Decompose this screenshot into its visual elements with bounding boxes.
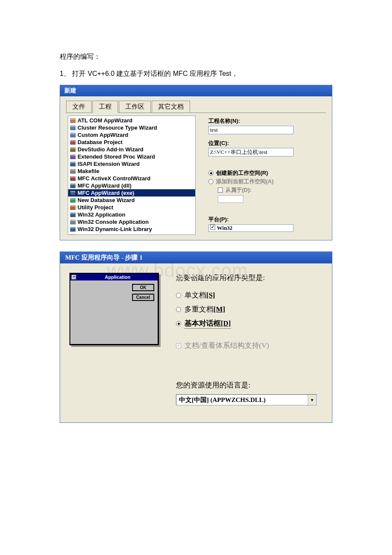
list-item[interactable]: Utility Project [68,204,195,211]
project-type-icon [70,139,76,145]
project-type-icon [70,234,76,235]
preview-window: Application OK Cancel [69,273,159,345]
preview-ok-button: OK [132,284,154,291]
list-item[interactable]: Extended Stored Proc Wizard [68,153,195,160]
tab-other[interactable]: 其它文档 [152,101,190,113]
radio-add-workspace[interactable]: 添加到当前工作空间(A) [208,178,324,185]
list-item-label: Makefile [78,168,99,175]
radio-multi-doc[interactable]: 多重文档[M] [176,304,324,314]
radio-label: 单文档[S] [184,290,215,300]
dialog-title: 新建 [60,85,332,96]
sysmenu-icon [72,275,76,280]
list-item[interactable]: Win32 Static Library [68,233,195,235]
radio-icon [176,307,181,312]
radio-dialog-based[interactable]: 基本对话框[D] [176,318,324,329]
list-item-label: ATL COM AppWizard [78,117,133,124]
preview-cancel-button: Cancel [132,294,154,301]
list-item[interactable]: Win32 Application [68,211,195,218]
list-item-label: Cluster Resource Type Wizard [78,124,157,131]
svg-rect-7 [70,140,75,142]
list-item-label: MFC ActiveX ControlWizard [78,175,150,182]
platforms-label: 平台(P): [208,216,324,223]
radio-icon [176,321,181,326]
list-item-label: Win32 Dynamic-Link Library [78,225,152,233]
project-type-icon [70,132,76,138]
project-type-icon [70,168,76,174]
svg-rect-25 [70,205,75,207]
project-type-list[interactable]: ATL COM AppWizardCluster Resource Type W… [68,116,196,235]
svg-rect-27 [70,213,75,214]
list-item[interactable]: Win32 Console Application [68,218,195,225]
radio-label: 创建新的工作空间(R) [216,169,268,177]
radio-label: 基本对话框[D] [184,318,231,329]
list-item[interactable]: Win32 Dynamic-Link Library [68,225,195,233]
list-item[interactable]: Custom AppWizard [68,131,195,139]
list-item[interactable]: New Database Wizard [68,197,195,204]
checkbox-icon [218,188,223,193]
project-type-icon [70,154,76,160]
list-item[interactable]: MFC ActiveX ControlWizard [68,175,195,182]
mfc-wizard-dialog: MFC 应用程序向导 - 步骤 1 www.bdocx.com Applicat… [60,251,332,423]
list-item[interactable]: Cluster Resource Type Wizard [68,124,195,131]
language-combo[interactable]: 中文[中国] (APPWZCHS.DLL) ▼ [176,394,317,405]
list-item[interactable]: Makefile [68,168,195,175]
list-item[interactable]: MFC AppWizard (dll) [68,182,195,189]
radio-create-workspace[interactable]: 创建新的工作空间(R) [208,169,324,177]
checkbox-label: 从属于(D): [225,186,251,194]
project-type-icon [70,205,76,211]
checkbox-icon [176,343,181,348]
svg-rect-5 [70,133,75,134]
tab-files[interactable]: 文件 [66,101,92,113]
tab-workspaces[interactable]: 工作区 [119,101,151,113]
location-label: 位置(C): [208,139,324,147]
checkbox-doc-view: 文档/查看体系结构支持(V) [176,341,324,350]
checkbox-dependent: 从属于(D): [218,186,324,194]
tabs: 文件 工程 工作区 其它文档 [66,101,326,113]
list-item-label: Win32 Application [78,211,125,218]
chevron-down-icon[interactable]: ▼ [308,395,316,405]
radio-icon [176,293,181,298]
project-type-icon [70,212,76,218]
radio-label: 添加到当前工作空间(A) [216,178,274,185]
location-input[interactable] [208,148,294,156]
svg-rect-1 [70,119,75,120]
project-type-icon [70,219,76,225]
list-item-label: Custom AppWizard [78,131,128,139]
project-name-label: 工程名称(N): [208,117,324,125]
svg-rect-31 [70,227,75,228]
list-item[interactable]: ATL COM AppWizard [68,117,195,124]
svg-rect-17 [70,176,75,178]
list-item-label: ISAPI Extension Wizard [78,160,140,168]
app-type-question: 您要创建的应用程序类型是: [176,273,324,283]
radio-icon [208,179,213,184]
project-type-icon [70,147,76,153]
checkbox-label: 文档/查看体系结构支持(V) [184,341,269,350]
list-item-label: Extended Stored Proc Wizard [78,153,155,160]
platforms-list[interactable]: Win32 [208,224,294,232]
preview-title: Application [78,275,158,280]
svg-rect-21 [70,191,75,192]
platform-item: Win32 [217,225,233,231]
list-item[interactable]: MFC AppWizard (exe) [68,189,195,197]
svg-rect-13 [70,162,75,163]
radio-label: 多重文档[M] [184,304,225,314]
list-item-label: MFC AppWizard (exe) [78,189,134,197]
project-type-icon [70,183,76,189]
svg-rect-29 [70,220,75,221]
project-type-icon [70,197,76,203]
doc-text-1: 程序的编写： [60,51,332,62]
list-item[interactable]: Database Project [68,139,195,146]
list-item-label: MFC AppWizard (dll) [78,182,132,189]
svg-rect-23 [70,198,75,199]
new-project-dialog: 新建 文件 工程 工作区 其它文档 ATL COM AppWizardClust… [60,85,332,240]
radio-single-doc[interactable]: 单文档[S] [176,290,324,300]
tab-projects[interactable]: 工程 [92,101,118,113]
language-question: 您的资源使用的语言是: [176,380,324,390]
list-item[interactable]: DevStudio Add-in Wizard [68,146,195,153]
project-name-input[interactable] [208,126,294,134]
language-value: 中文[中国] (APPWZCHS.DLL) [176,395,308,405]
svg-rect-33 [70,234,75,235]
svg-rect-3 [70,126,75,127]
project-type-icon [70,161,76,167]
list-item[interactable]: ISAPI Extension Wizard [68,160,195,168]
